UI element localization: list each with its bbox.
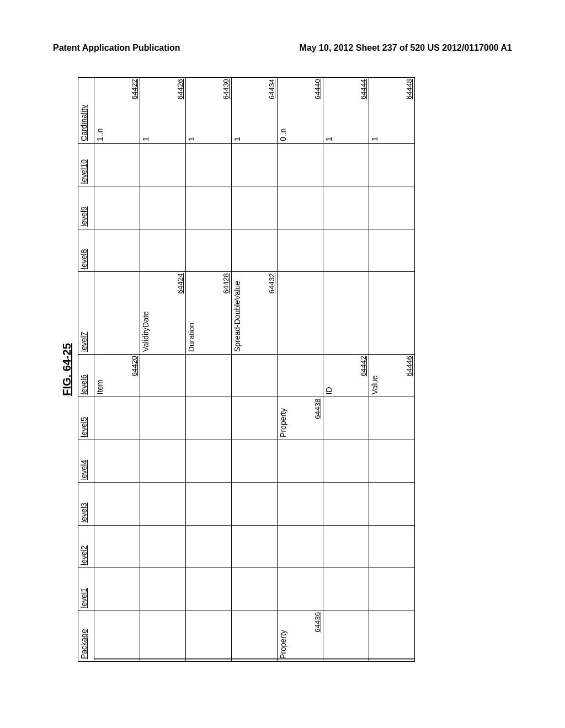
cell-level6: ID64442: [323, 355, 369, 397]
cell-level5: [232, 397, 278, 440]
cell-level5: [323, 397, 369, 440]
cell-text: 1: [371, 80, 379, 141]
col-level6: level6: [78, 355, 94, 397]
cell-level4: [94, 440, 140, 482]
cell-text: 1: [142, 80, 150, 141]
cell-level7: [278, 272, 323, 355]
cell-level10: [140, 143, 186, 186]
table-row: Value64446164448: [369, 78, 415, 662]
cell-level9: [140, 186, 186, 229]
cell-text: 1..n: [96, 80, 104, 141]
cell-cardinality: 0..n64440: [278, 78, 323, 144]
cell-level6: Value64446: [369, 355, 415, 397]
cell-level7: Duration64428: [186, 272, 232, 355]
cell-level4: [323, 440, 369, 482]
cell-text: 1: [188, 80, 196, 141]
table-row: ValidityDate64424164426: [140, 78, 186, 662]
cell-text: Property: [279, 399, 287, 437]
col-level2: level2: [78, 525, 94, 568]
cell-level3: [94, 483, 140, 525]
cell-text: ID: [325, 357, 333, 394]
col-level10: level10: [78, 143, 94, 186]
cell-cardinality: 164444: [323, 78, 369, 144]
col-level8: level8: [78, 229, 94, 271]
table-header-row: Package level1 level2 level3 level4 leve…: [78, 78, 94, 662]
reference-number: 64448: [405, 79, 413, 99]
cell-level9: [94, 186, 140, 229]
reference-number: 64436: [313, 612, 322, 633]
cell-text: ValidityDate: [142, 274, 150, 352]
cell-text: Item: [96, 357, 104, 394]
cell-level3: [323, 483, 369, 525]
cell-level9: [369, 186, 415, 229]
reference-number: 64446: [405, 356, 413, 376]
cell-level6: [232, 355, 278, 397]
table-row: Item644201..n64422: [94, 78, 140, 662]
cell-cardinality: 164434: [232, 78, 278, 144]
cell-level10: [232, 143, 278, 186]
cell-level2: [232, 525, 278, 568]
reference-number: 64422: [130, 79, 138, 99]
table-body: Item644201..n64422ValidityDate6442416442…: [94, 78, 415, 662]
cell-level1: [140, 568, 186, 611]
col-cardinality: Cardinality: [78, 78, 94, 144]
hierarchy-table: Package level1 level2 level3 level4 leve…: [78, 77, 415, 662]
reference-number: 64432: [268, 273, 276, 293]
cell-level7: [94, 272, 140, 355]
cell-level8: [369, 229, 415, 271]
cell-level10: [323, 143, 369, 186]
cell-level10: [186, 143, 232, 186]
cell-text: Spread-DoubleValue: [233, 274, 242, 352]
col-level7: level7: [78, 272, 94, 355]
cell-level6: [186, 355, 232, 397]
reference-number: 64430: [222, 79, 230, 99]
cell-package: Property64436: [278, 611, 323, 661]
reference-number: 64442: [359, 356, 367, 376]
cell-level3: [232, 483, 278, 525]
reference-number: 64438: [313, 398, 322, 419]
cell-level9: [186, 186, 232, 229]
cell-package: [94, 611, 140, 661]
col-package: Package: [78, 611, 94, 661]
cell-level1: [94, 568, 140, 611]
col-level4: level4: [78, 440, 94, 482]
cell-level2: [140, 525, 186, 568]
cell-level10: [369, 143, 415, 186]
cell-level5: [94, 397, 140, 440]
figure-title: FIG. 64-25: [61, 77, 73, 662]
cell-package: [323, 611, 369, 661]
cell-level4: [369, 440, 415, 482]
cell-level3: [278, 483, 323, 525]
cell-level6: Item64420: [94, 355, 140, 397]
cell-level9: [323, 186, 369, 229]
reference-number: 64428: [222, 273, 230, 293]
cell-level7: Spread-DoubleValue64432: [232, 272, 278, 355]
cell-text: Value: [371, 357, 379, 394]
cell-text: 0..n: [279, 80, 287, 141]
cell-level8: [278, 229, 323, 271]
cell-text: Property: [279, 613, 287, 659]
cell-text: Duration: [188, 274, 196, 352]
cell-level4: [278, 440, 323, 482]
cell-level3: [369, 483, 415, 525]
cell-cardinality: 164426: [140, 78, 186, 144]
cell-level7: [323, 272, 369, 355]
table-row: Spread-DoubleValue64432164434: [232, 78, 278, 662]
table-row: Duration64428164430: [186, 78, 232, 662]
cell-level5: [369, 397, 415, 440]
cell-text: 1: [233, 80, 242, 141]
cell-level5: [186, 397, 232, 440]
publication-type: Patent Application Publication: [53, 43, 180, 53]
col-level5: level5: [78, 397, 94, 440]
cell-level4: [232, 440, 278, 482]
cell-package: [232, 611, 278, 661]
cell-level3: [186, 483, 232, 525]
table-row: ID64442164444: [323, 78, 369, 662]
cell-package: [369, 611, 415, 661]
reference-number: 64420: [130, 356, 138, 376]
cell-level6: [278, 355, 323, 397]
cell-package: [140, 611, 186, 661]
cell-package: [186, 611, 232, 661]
cell-level1: [323, 568, 369, 611]
page-header: Patent Application Publication May 10, 2…: [0, 43, 565, 53]
